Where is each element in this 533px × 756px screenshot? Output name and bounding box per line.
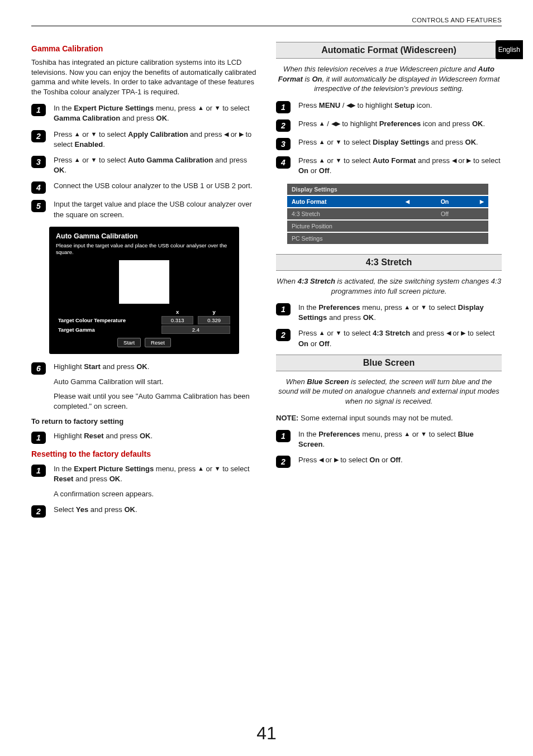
step-text: Connect the USB colour analyzer to the U… bbox=[54, 181, 257, 191]
osd-target-square bbox=[119, 260, 169, 304]
display-settings-menu: Display Settings Auto Format◀On▶4:3 Stre… bbox=[287, 183, 488, 245]
step-text: In the Expert Picture Settings menu, pre… bbox=[54, 464, 257, 484]
step-body: Press ▲ or ▼ to select Apply Calibration… bbox=[54, 130, 257, 150]
instruction-step: 1In the Expert Picture Settings menu, pr… bbox=[31, 103, 257, 123]
step-number-badge: 2 bbox=[276, 119, 291, 132]
menu-row-label: 4:3 Stretch bbox=[287, 208, 401, 219]
step-body: Press ▲ or ▼ to select 4:3 Stretch and p… bbox=[298, 328, 502, 348]
step-number-badge: 4 bbox=[276, 156, 291, 169]
step-body: Connect the USB colour analyzer to the U… bbox=[54, 181, 257, 191]
step-text: Auto Gamma Calibration will start. bbox=[54, 377, 257, 387]
step-body: Input the target value and place the USB… bbox=[54, 199, 257, 219]
step-body: In the Expert Picture Settings menu, pre… bbox=[54, 103, 257, 123]
step-text: Press ▲ / ◀▶ to highlight Preferences ic… bbox=[298, 119, 502, 129]
step-body: In the Expert Picture Settings menu, pre… bbox=[54, 464, 257, 499]
left-arrow-icon bbox=[401, 233, 414, 244]
osd-row1-x: 0.313 bbox=[161, 316, 194, 324]
gamma-intro: Toshiba has integrated an picture calibr… bbox=[31, 58, 257, 97]
osd-start-button: Start bbox=[117, 338, 141, 347]
stretch-steps: 1In the Preferences menu, press ▲ or ▼ t… bbox=[276, 303, 502, 349]
step-number-badge: 2 bbox=[276, 456, 291, 468]
menu-row-label: Auto Format bbox=[287, 196, 401, 207]
osd-row2-val: 2.4 bbox=[161, 326, 230, 334]
step-text: Press ▲ or ▼ to select Auto Format and p… bbox=[298, 156, 502, 176]
step-text: Press ▲ or ▼ to select Auto Gamma Calibr… bbox=[54, 155, 257, 175]
menu-row-label: Picture Position bbox=[287, 221, 401, 232]
step-text: Press ▲ or ▼ to select Apply Calibration… bbox=[54, 130, 257, 150]
menu-row: Picture Position bbox=[287, 221, 488, 232]
auto-format-title: Automatic Format (Widescreen) bbox=[276, 42, 502, 59]
osd-reset-button: Reset bbox=[145, 338, 171, 347]
stretch-intro: When 4:3 Stretch is activated, the size … bbox=[276, 276, 502, 296]
step-number-badge: 2 bbox=[31, 505, 46, 518]
step-text: Highlight Start and press OK. bbox=[54, 362, 257, 372]
menu-row-label: PC Settings bbox=[287, 233, 401, 244]
step-number-badge: 1 bbox=[276, 430, 291, 442]
step-number-badge: 1 bbox=[276, 303, 291, 315]
step-body: In the Preferences menu, press ▲ or ▼ to… bbox=[298, 303, 502, 323]
step-text: Press ▲ or ▼ to select 4:3 Stretch and p… bbox=[298, 328, 502, 348]
step-number-badge: 4 bbox=[31, 181, 46, 194]
step-body: Press ◀ or ▶ to select On or Off. bbox=[298, 455, 502, 465]
step-number-badge: 1 bbox=[31, 104, 46, 116]
step-body: Press MENU / ◀▶ to highlight Setup icon. bbox=[298, 101, 502, 111]
instruction-step: 2Select Yes and press OK. bbox=[31, 505, 257, 518]
blue-steps: 1In the Preferences menu, press ▲ or ▼ t… bbox=[276, 429, 502, 468]
step-number-badge: 2 bbox=[31, 130, 46, 142]
gamma-heading: Gamma Calibration bbox=[31, 44, 257, 53]
reset-steps: 1In the Expert Picture Settings menu, pr… bbox=[31, 464, 257, 518]
step-number-badge: 5 bbox=[31, 200, 46, 212]
step-text: Highlight Reset and press OK. bbox=[54, 431, 257, 441]
right-arrow-icon: ▶ bbox=[475, 196, 488, 207]
instruction-step: 2Press ▲ / ◀▶ to highlight Preferences i… bbox=[276, 119, 502, 132]
step-text: Input the target value and place the USB… bbox=[54, 199, 257, 219]
menu-row: 4:3 StretchOff bbox=[287, 208, 488, 219]
menu-row-value bbox=[414, 221, 475, 232]
left-arrow-icon bbox=[401, 221, 414, 232]
instruction-step: 2Press ◀ or ▶ to select On or Off. bbox=[276, 455, 502, 468]
right-arrow-icon bbox=[475, 221, 488, 232]
step-number-badge: 2 bbox=[276, 329, 291, 341]
left-column: Gamma Calibration Toshiba has integrated… bbox=[31, 39, 257, 523]
note-text: Some external input sounds may not be mu… bbox=[298, 414, 453, 422]
osd-row1-y: 0.329 bbox=[198, 316, 230, 324]
menu-row: PC Settings bbox=[287, 233, 488, 244]
right-arrow-icon bbox=[475, 208, 488, 219]
right-column: Automatic Format (Widescreen) When this … bbox=[276, 39, 502, 523]
menu-header: Display Settings bbox=[287, 184, 488, 195]
menu-row-value: On bbox=[414, 196, 475, 207]
page-number: 41 bbox=[0, 723, 533, 744]
stretch-title: 4:3 Stretch bbox=[276, 254, 502, 271]
gamma-steps: 1In the Expert Picture Settings menu, pr… bbox=[31, 103, 257, 220]
step-text: A confirmation screen appears. bbox=[54, 489, 257, 499]
return-step-1: 1 Highlight Reset and press OK. bbox=[31, 431, 257, 444]
instruction-step: 4Connect the USB colour analyzer to the … bbox=[31, 181, 257, 194]
blue-note: NOTE: Some external input sounds may not… bbox=[276, 413, 502, 423]
menu-row-value bbox=[414, 233, 475, 244]
step-number-badge: 1 bbox=[31, 432, 46, 444]
osd-x-label: x bbox=[159, 308, 196, 315]
step-body: In the Preferences menu, press ▲ or ▼ to… bbox=[298, 429, 502, 449]
step-number-badge: 1 bbox=[276, 101, 291, 113]
gamma-step-6: 6 Highlight Start and press OK. Auto Gam… bbox=[31, 362, 257, 412]
instruction-step: 5Input the target value and place the US… bbox=[31, 199, 257, 219]
osd-table: x y Target Colour Temperature 0.313 0.32… bbox=[56, 308, 232, 334]
step-body: Select Yes and press OK. bbox=[54, 505, 257, 515]
note-label: NOTE: bbox=[276, 414, 298, 422]
step-text: Press ◀ or ▶ to select On or Off. bbox=[298, 455, 502, 465]
osd-row2-label: Target Gamma bbox=[56, 325, 159, 334]
instruction-step: 1Press MENU / ◀▶ to highlight Setup icon… bbox=[276, 101, 502, 113]
header-breadcrumb: CONTROLS AND FEATURES bbox=[31, 17, 502, 26]
step-text: Please wait until you see "Auto Gamma Ca… bbox=[54, 391, 257, 412]
menu-row: Auto Format◀On▶ bbox=[287, 196, 488, 207]
instruction-step: 2Press ▲ or ▼ to select 4:3 Stretch and … bbox=[276, 328, 502, 348]
step-body: Press ▲ or ▼ to select Auto Gamma Calibr… bbox=[54, 155, 257, 175]
step-number-badge: 6 bbox=[31, 362, 46, 375]
step-text: Press MENU / ◀▶ to highlight Setup icon. bbox=[298, 101, 502, 111]
osd-hint: Please input the target value and place … bbox=[56, 242, 232, 256]
step-number-badge: 1 bbox=[31, 465, 46, 477]
osd-row1-label: Target Colour Temperature bbox=[56, 315, 159, 325]
instruction-step: 3Press ▲ or ▼ to select Auto Gamma Calib… bbox=[31, 155, 257, 175]
menu-rows: Auto Format◀On▶4:3 StretchOffPicture Pos… bbox=[287, 196, 488, 244]
instruction-step: 2Press ▲ or ▼ to select Apply Calibratio… bbox=[31, 130, 257, 150]
